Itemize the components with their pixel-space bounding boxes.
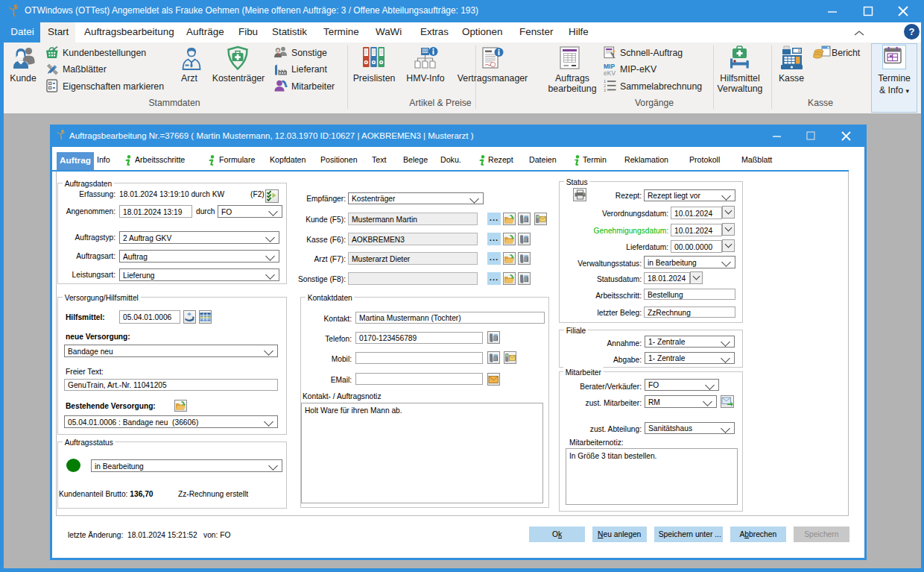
- svg-text:3: 3: [604, 88, 606, 92]
- svg-text:eKV: eKV: [604, 69, 616, 76]
